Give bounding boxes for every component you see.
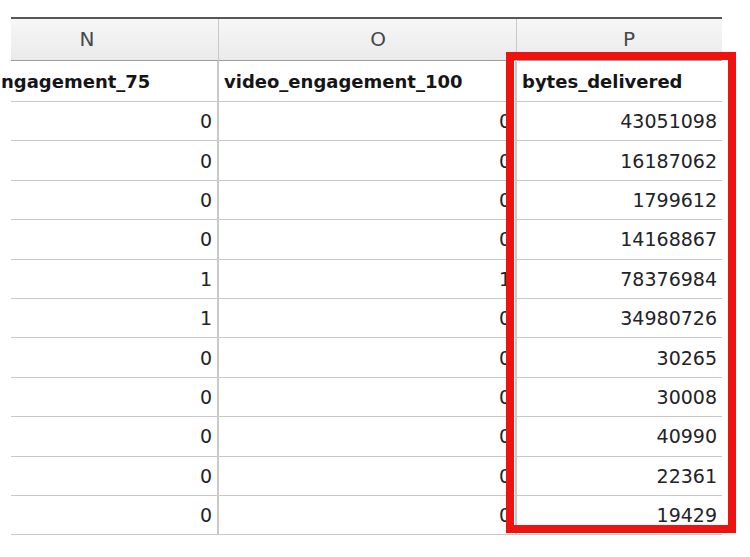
spreadsheet-view: N O P ngagement_75 video_engagement_100 …	[0, 0, 750, 557]
cell[interactable]: 0	[11, 378, 218, 416]
field-header-cell[interactable]: ngagement_75	[11, 61, 218, 101]
cell[interactable]: 0	[11, 102, 218, 140]
field-header-label: video_engagement_100	[224, 71, 462, 92]
cell[interactable]: 1	[11, 299, 218, 337]
field-header-label: ngagement_75	[1, 71, 150, 92]
cell[interactable]: 0	[11, 417, 218, 455]
cell[interactable]: 0	[11, 496, 218, 534]
field-header-cell[interactable]: video_engagement_100	[218, 61, 516, 101]
cell[interactable]: 0	[218, 299, 516, 337]
column-header-o[interactable]: O	[358, 19, 398, 60]
cell[interactable]: 0	[218, 181, 516, 219]
cell[interactable]: 0	[218, 141, 516, 179]
cell[interactable]: 0	[11, 141, 218, 179]
cell[interactable]: 0	[218, 496, 516, 534]
cell[interactable]: 0	[218, 417, 516, 455]
cell[interactable]: 0	[11, 457, 218, 495]
cell[interactable]: 0	[218, 338, 516, 376]
column-header-n[interactable]: N	[67, 19, 107, 60]
highlight-rectangle	[506, 52, 736, 533]
cell[interactable]: 0	[218, 457, 516, 495]
cell[interactable]: 1	[218, 260, 516, 298]
cell[interactable]: 0	[11, 181, 218, 219]
cell[interactable]: 0	[11, 220, 218, 258]
cell[interactable]: 1	[11, 260, 218, 298]
cell[interactable]: 0	[218, 378, 516, 416]
cell[interactable]: 0	[218, 102, 516, 140]
cell[interactable]: 0	[218, 220, 516, 258]
cell[interactable]: 0	[11, 338, 218, 376]
